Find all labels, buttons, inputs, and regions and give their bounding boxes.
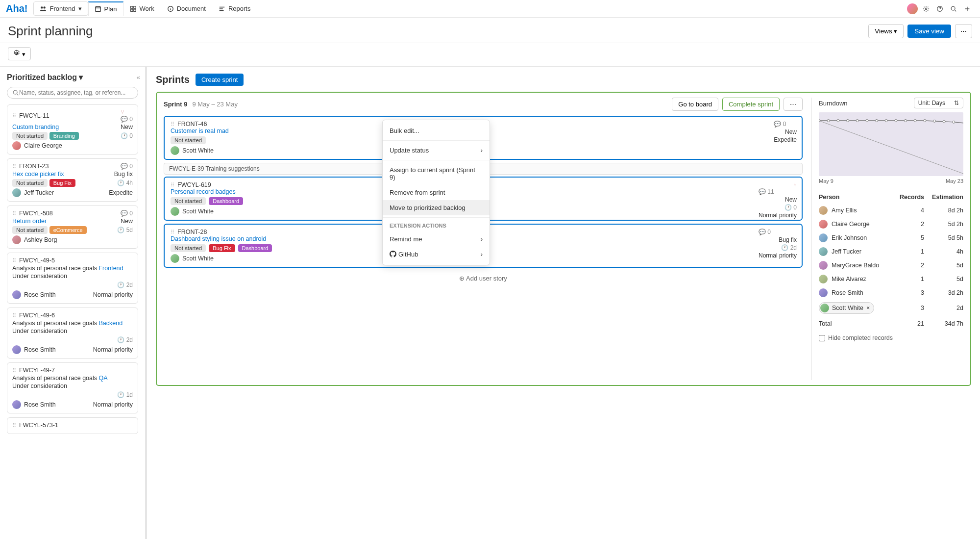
backlog-card[interactable]: ⠿ FWCYL-49-7Analysis of personal race go… [7,362,138,413]
card-state: New [121,124,133,130]
svg-rect-5 [130,9,132,11]
card-title[interactable]: Hex code picker fix [12,171,64,178]
svg-line-12 [819,121,963,174]
save-view-button[interactable]: Save view [907,25,951,38]
hide-completed-row[interactable]: Hide completed records [819,334,963,341]
person-estimation: 5d 2h [924,221,963,228]
backlog-card[interactable]: ⠿ FWCYL-508💬 0Return orderNewNot started… [7,205,138,249]
help-icon[interactable] [933,2,947,16]
sprints-content: Sprints Create sprint Sprint 9 9 May – 2… [147,67,980,539]
status-badge: Not started [12,179,48,187]
sprint-more-button[interactable]: ⋯ [784,98,803,111]
chevron-down-icon: ▾ [79,73,83,82]
svg-rect-2 [95,7,100,12]
person-estimation: 5d [924,276,963,282]
nav-reports[interactable]: Reports [212,1,257,16]
settings-icon[interactable] [919,2,933,16]
ctx-assign[interactable]: Assign to current sprint (Sprint 9) [383,162,490,185]
assignee: Claire George [12,141,62,150]
priority: Expedite [109,189,133,196]
backlog-card[interactable]: ⠿ FWCYL-49-5Analysis of personal race go… [7,253,138,304]
ctx-remove[interactable]: Remove from sprint [383,185,490,200]
status-badge: Not started [171,244,206,252]
search-input[interactable] [19,89,133,96]
backlog-sidebar: Prioritized backlog ▾ « ⠿ FWCYL-11⑂ 💬 0C… [0,67,147,539]
nav-document[interactable]: Document [161,1,212,16]
svg-rect-4 [133,6,135,8]
profile-avatar[interactable] [906,2,919,16]
sprint-name: Sprint 9 [164,101,187,108]
svg-point-18 [866,119,868,122]
search-box[interactable] [7,87,138,99]
backlog-card[interactable]: ⠿ FWCYL-573-1 [7,417,138,434]
ctx-move-to-backlog[interactable]: Move to prioritized backlog [383,200,490,215]
chevron-down-icon: ▾ [78,5,82,12]
top-nav: Aha! Frontend ▾ Plan Work Document Repor… [0,0,980,18]
ctx-bulk-edit[interactable]: Bulk edit... [383,123,490,138]
card-title[interactable]: Custom branding [12,124,59,130]
backlog-card[interactable]: ⠿ FRONT-23💬 0Hex code picker fixBug fixN… [7,158,138,202]
card-title[interactable]: Return order [12,218,47,225]
person-records: 5 [895,234,924,241]
priority: Normal priority [759,252,797,259]
views-button[interactable]: Views ▾ [868,24,904,38]
gear-button[interactable]: ▾ [8,47,31,60]
card-substatus: Under consideration [12,383,133,389]
people-row: Amy Ellis48d 2h [819,204,963,217]
nav-plan[interactable]: Plan [88,1,123,16]
go-to-board-button[interactable]: Go to board [672,98,718,111]
drag-icon: ⠿ [171,229,174,235]
create-sprint-button[interactable]: Create sprint [196,74,244,86]
chevron-right-icon: › [481,235,483,243]
status-badge: Not started [12,132,48,140]
total-records: 21 [895,320,924,327]
sprint-sidebar: Burndown Unit: Days⇅ May 9 May 23 [811,98,963,380]
nav-work[interactable]: Work [123,1,161,16]
story-state: New [759,196,797,203]
person-name: Jeff Tucker [819,247,895,256]
search-icon[interactable] [947,2,960,16]
svg-point-27 [953,121,955,123]
assignee: Rose Smith [12,400,56,409]
drag-icon: ⠿ [12,367,16,374]
time-estimate: 🕐 5d [117,227,133,233]
logo[interactable]: Aha! [6,3,27,14]
svg-point-8 [925,8,927,10]
person-records: 4 [895,207,924,214]
backlog-card[interactable]: ⠿ FWCYL-11⑂ 💬 0Custom brandingNewNot sta… [7,104,138,154]
search-icon [12,89,19,96]
comment-count: 💬 11 [759,188,797,195]
close-icon[interactable]: × [866,305,870,311]
backlog-card[interactable]: ⠿ FWCYL-49-6Analysis of personal race go… [7,308,138,359]
ctx-github[interactable]: GitHub› [383,247,490,262]
assignee: Rose Smith [12,290,56,299]
collapse-icon[interactable]: « [137,74,140,81]
tag-badge: Branding [49,132,79,140]
svg-point-0 [41,6,43,8]
time-estimate: 🕐 4h [117,180,133,186]
card-title[interactable]: Analysis of personal race goals Frontend [12,265,123,272]
hide-completed-checkbox[interactable] [819,335,825,341]
card-title[interactable]: Analysis of personal race goals QA [12,375,108,382]
add-icon[interactable] [960,2,974,16]
more-button[interactable]: ⋯ [955,24,972,38]
sidebar-title[interactable]: Prioritized backlog ▾ [7,73,138,82]
hierarchy-icon: ⑂ [121,109,124,116]
people-row: MaryGrace Baldo25d [819,258,963,272]
card-title[interactable]: Analysis of personal race goals Backend [12,320,122,327]
person-records: 1 [895,248,924,255]
person-name: MaryGrace Baldo [819,261,895,270]
svg-point-15 [837,119,839,122]
add-user-story[interactable]: ⊕ Add user story [164,271,803,286]
ctx-remind[interactable]: Remind me› [383,231,490,247]
person-chip[interactable]: Scott White × [819,302,874,314]
ctx-update-status[interactable]: Update status› [383,143,490,158]
time-estimate: 🕐 1d [117,391,133,398]
complete-sprint-button[interactable]: Complete sprint [722,98,780,111]
people-row: Rose Smith33d 2h [819,286,963,300]
burndown-chart [819,112,963,176]
workspace-selector[interactable]: Frontend ▾ [33,1,88,16]
sprints-title: Sprints [156,74,190,85]
unit-selector[interactable]: Unit: Days⇅ [914,98,963,108]
status-badge: Not started [171,197,206,205]
